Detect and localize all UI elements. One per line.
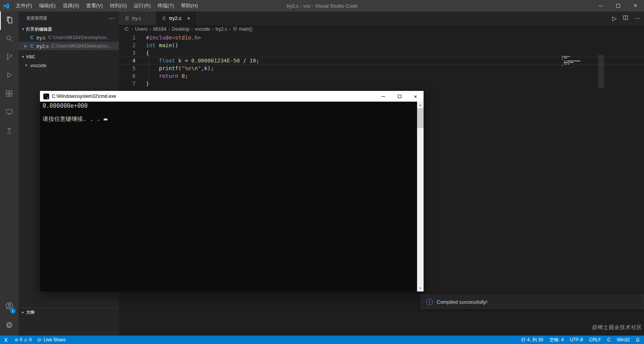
scrollbar-thumb[interactable] xyxy=(598,55,604,88)
close-icon[interactable]: × xyxy=(22,43,28,49)
tab-try-c[interactable]: C try.c xyxy=(119,12,156,25)
code-line-3[interactable]: 3{ xyxy=(119,49,644,57)
minimap-line xyxy=(562,61,596,61)
close-button[interactable]: × xyxy=(627,0,644,12)
status-language[interactable]: C xyxy=(604,336,614,344)
settings-button[interactable]: ⚙ xyxy=(0,316,18,334)
live-share-button[interactable]: Live Share xyxy=(34,336,68,344)
breadcrumb-item-5[interactable]: try2.c xyxy=(215,26,227,32)
vscode-logo-icon xyxy=(0,3,12,9)
split-editor-button[interactable] xyxy=(623,15,628,22)
notification-toast[interactable]: i Compiled successfully! xyxy=(421,295,644,309)
line-number: 6 xyxy=(119,72,136,80)
open-editor-try-c[interactable]: C try.c C:\Users\86184\Desktop\vsc... xyxy=(18,33,119,42)
extensions-icon xyxy=(5,89,13,99)
menu-run[interactable]: 运行(R) xyxy=(130,2,154,9)
scroll-down-icon[interactable]: ▼ xyxy=(417,285,424,291)
status-eol[interactable]: CRLF xyxy=(586,336,604,344)
code-token: ); xyxy=(207,65,214,71)
menu-edit[interactable]: 编辑(E) xyxy=(36,2,59,9)
scroll-up-icon[interactable]: ▲ xyxy=(417,102,424,108)
cmd-output[interactable]: 0.000000e+000 请按任意键继续. . . xyxy=(40,102,424,291)
sidebar-item-publish[interactable] xyxy=(0,122,18,140)
maximize-icon xyxy=(398,95,401,98)
cmd-output-line xyxy=(43,109,421,116)
breadcrumb-item-2[interactable]: 86184 xyxy=(153,26,167,32)
remote-indicator[interactable] xyxy=(0,336,12,344)
breadcrumb-item-4[interactable]: vscode xyxy=(195,26,210,32)
run-code-button[interactable]: ▷ xyxy=(612,15,617,22)
more-actions-icon[interactable]: ⋯ xyxy=(109,15,114,22)
cmd-window-controls: × xyxy=(375,91,424,102)
maximize-button[interactable] xyxy=(609,0,627,12)
cmd-maximize-button[interactable] xyxy=(391,91,407,102)
code-line-2[interactable]: 2int main() xyxy=(119,41,644,49)
menu-file[interactable]: 文件(F) xyxy=(12,2,36,9)
cmd-close-button[interactable]: × xyxy=(407,91,424,102)
code-line-6[interactable]: 6 return 0; xyxy=(119,72,644,80)
sidebar-item-extensions[interactable] xyxy=(0,85,18,104)
code-editor[interactable]: 1#include<stdio.h>2int main()3{4 float k… xyxy=(119,34,644,87)
more-actions-icon[interactable]: ⋯ xyxy=(634,15,640,22)
breadcrumb-item-1[interactable]: Users xyxy=(135,26,148,32)
breadcrumb-item-3[interactable]: Desktop xyxy=(172,26,189,32)
open-editor-try2-c[interactable]: × C try2.c C:\Users\86184\Desktop\vs... xyxy=(18,42,119,50)
breadcrumb-item-0[interactable]: C: xyxy=(125,26,130,32)
sidebar-item-search[interactable] xyxy=(0,30,18,48)
bell-icon xyxy=(635,337,640,342)
status-indentation[interactable]: 空格: 4 xyxy=(546,336,567,344)
line-number: 4 xyxy=(119,57,136,64)
minimize-button[interactable] xyxy=(592,0,609,12)
section-workspace-vsc[interactable]: ▾ VSC xyxy=(18,53,119,61)
minimap-line xyxy=(562,65,596,66)
folder-vscode[interactable]: ▾ .vscode xyxy=(18,61,119,69)
sidebar-item-source-control[interactable] xyxy=(0,48,18,67)
sidebar-item-explorer[interactable] xyxy=(0,12,18,30)
code-line-7[interactable]: 7} xyxy=(119,80,644,87)
chevron-down-icon: ▾ xyxy=(20,27,26,31)
status-platform[interactable]: Win32 xyxy=(614,336,633,344)
accounts-button[interactable]: 1 xyxy=(0,297,18,316)
menu-go[interactable]: 转到(G) xyxy=(106,2,131,9)
chevron-down-icon: ▾ xyxy=(23,63,29,67)
cmd-window[interactable]: C:\Windows\system32\cmd.exe × 0.000000e+… xyxy=(40,91,424,291)
tab-label: try.c xyxy=(132,15,141,21)
gear-icon: ⚙ xyxy=(6,321,13,329)
breadcrumb-separator-icon: › xyxy=(168,26,170,32)
sidebar-item-run-debug[interactable] xyxy=(0,67,18,85)
breadcrumb-separator-icon: › xyxy=(229,26,231,32)
minimap[interactable] xyxy=(562,56,596,67)
tab-label: try2.c xyxy=(169,15,182,21)
code-text: { xyxy=(136,49,149,57)
cmd-scrollbar-thumb[interactable] xyxy=(417,108,424,128)
minimap-line xyxy=(562,64,596,64)
tab-try2-c[interactable]: C try2.c × xyxy=(156,12,196,25)
code-token: "%e xyxy=(182,65,191,71)
code-token xyxy=(146,73,159,79)
close-icon[interactable]: × xyxy=(186,15,191,21)
minimap-segment xyxy=(562,56,566,57)
menu-terminal[interactable]: 终端(T) xyxy=(154,2,177,9)
menu-help[interactable]: 帮助(H) xyxy=(177,2,201,9)
problems-indicator[interactable]: ⊘ 0 ⚠ 0 xyxy=(12,336,34,344)
menu-view[interactable]: 查看(V) xyxy=(83,2,106,9)
notifications-bell-button[interactable] xyxy=(633,336,644,344)
section-open-editors[interactable]: ▾ 打开的编辑器 xyxy=(18,25,119,33)
source-control-icon xyxy=(5,53,13,63)
status-encoding[interactable]: UTF-8 xyxy=(567,336,586,344)
c-file-icon: C xyxy=(162,16,167,21)
code-token: { xyxy=(146,50,149,56)
status-cursor-position[interactable]: 行 4, 列 30 xyxy=(518,336,546,344)
sidebar-item-remote-explorer[interactable] xyxy=(0,104,18,122)
error-icon: ⊘ xyxy=(15,338,18,342)
line-number: 2 xyxy=(119,41,136,49)
cmd-title-bar[interactable]: C:\Windows\system32\cmd.exe × xyxy=(40,91,424,102)
menu-selection[interactable]: 选择(S) xyxy=(59,2,83,9)
code-line-1[interactable]: 1#include<stdio.h> xyxy=(119,34,644,41)
cmd-scrollbar[interactable]: ▲ ▼ xyxy=(417,102,424,291)
section-outline[interactable]: ▸ 大纲 xyxy=(18,308,119,316)
code-token: k xyxy=(204,65,207,71)
breadcrumb-item-6[interactable]: main() xyxy=(233,26,252,32)
sidebar-header: 资源管理器 ⋯ xyxy=(18,12,119,25)
cmd-minimize-button[interactable] xyxy=(375,91,391,102)
